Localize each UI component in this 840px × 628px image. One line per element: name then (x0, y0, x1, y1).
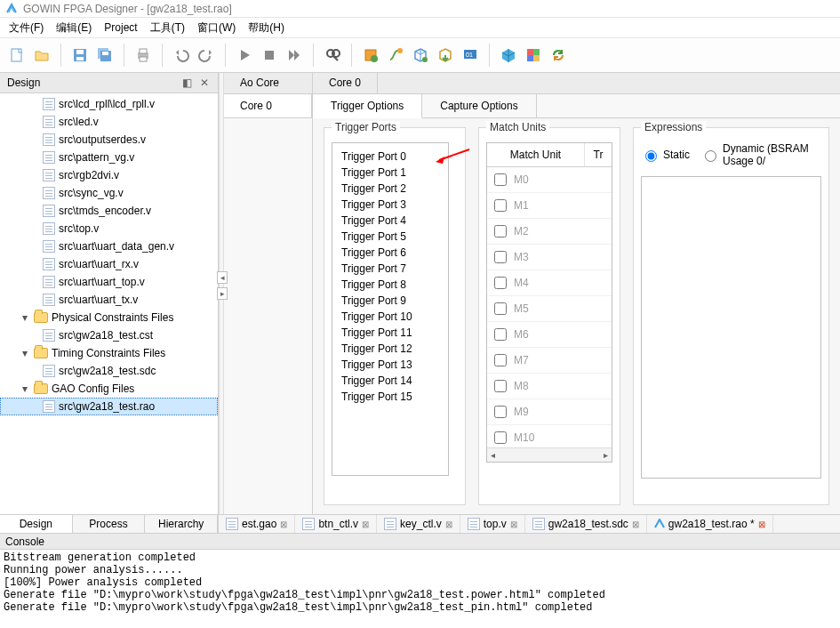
folder-timing-constraints[interactable]: ▾Timing Constraints Files (0, 344, 218, 362)
trigger-port-item[interactable]: Trigger Port 1 (332, 165, 448, 181)
radio-static[interactable]: Static (641, 148, 690, 162)
folder-physical-constraints[interactable]: ▾Physical Constraints Files (0, 309, 218, 326)
save-icon[interactable] (68, 44, 92, 67)
close-icon[interactable]: ⊠ (510, 519, 517, 529)
panel-float-icon[interactable]: ◧ (180, 76, 193, 89)
tab-trigger-options[interactable]: Trigger Options (313, 94, 422, 118)
oscilloscope-icon[interactable]: 01 (459, 44, 482, 67)
trigger-port-item[interactable]: Trigger Port 6 (332, 245, 448, 261)
collapse-left-icon[interactable]: ◂ (217, 271, 228, 284)
trigger-port-item[interactable]: Trigger Port 7 (332, 261, 448, 277)
chip-config-icon[interactable] (359, 44, 382, 67)
core-side-tab-core0[interactable]: Core 0 (224, 94, 312, 118)
tree-file[interactable]: src\uart\uart_rx.v (0, 255, 218, 273)
close-icon[interactable]: ⊠ (758, 519, 765, 529)
trigger-port-item[interactable]: Trigger Port 9 (332, 293, 448, 309)
tree-file[interactable]: src\lcd_rpll\lcd_rpll.v (0, 95, 218, 113)
new-file-icon[interactable] (5, 44, 28, 67)
undo-icon[interactable] (170, 44, 193, 67)
console-output[interactable]: Bitstream generation completed Running p… (0, 550, 840, 628)
menu-edit[interactable]: 编辑(E) (56, 20, 92, 36)
scroll-left-icon[interactable]: ◂ (491, 450, 495, 460)
match-unit-col[interactable]: Match Unit (487, 143, 585, 166)
run-all-icon[interactable] (283, 44, 306, 67)
match-checkbox[interactable] (494, 225, 507, 238)
trigger-port-item[interactable]: Trigger Port 15 (332, 389, 448, 405)
editor-tab[interactable]: key_ctl.v⊠ (377, 515, 460, 533)
match-row[interactable]: M5 (487, 296, 612, 322)
trigger-port-item[interactable]: Trigger Port 12 (332, 341, 448, 357)
trigger-port-item[interactable]: Trigger Port 4 (332, 213, 448, 229)
trigger-port-item[interactable]: Trigger Port 10 (332, 309, 448, 325)
device-down-icon[interactable] (434, 44, 457, 67)
trigger-port-item[interactable]: Trigger Port 3 (332, 197, 448, 213)
radio-dynamic[interactable]: Dynamic (BSRAM Usage 0/ (700, 142, 821, 167)
radio-dynamic-input[interactable] (705, 150, 716, 162)
menu-project[interactable]: Project (104, 21, 137, 34)
refresh-icon[interactable] (547, 44, 570, 67)
match-checkbox[interactable] (494, 406, 507, 418)
match-checkbox[interactable] (494, 354, 507, 366)
trigger-port-item[interactable]: Trigger Port 0 (332, 149, 448, 165)
tree-file[interactable]: src\outputserdes.v (0, 131, 218, 149)
match-checkbox[interactable] (494, 199, 507, 212)
match-row[interactable]: M2 (487, 219, 612, 245)
tab-design[interactable]: Design (0, 515, 73, 533)
folder-gao-config[interactable]: ▾GAO Config Files (0, 380, 218, 398)
scroll-right-icon[interactable]: ▸ (604, 450, 608, 460)
tab-capture-options[interactable]: Capture Options (422, 94, 536, 117)
editor-tab[interactable]: est.gao⊠ (219, 515, 295, 533)
stop-icon[interactable] (258, 44, 281, 67)
tree-file[interactable]: src\uart\uart_top.v (0, 273, 218, 291)
tree-file[interactable]: src\gw2a18_test.cst (0, 326, 218, 344)
ipcore-icon[interactable] (522, 44, 545, 67)
close-icon[interactable]: ⊠ (445, 519, 452, 529)
trigger-ports-list[interactable]: Trigger Port 0 Trigger Port 1 Trigger Po… (332, 142, 449, 476)
tree-file[interactable]: src\sync_vg.v (0, 184, 218, 202)
save-all-icon[interactable] (93, 44, 116, 67)
collapse-right-icon[interactable]: ▸ (217, 287, 228, 300)
close-icon[interactable]: ⊠ (362, 519, 369, 529)
tree-file[interactable]: src\tmds_encoder.v (0, 202, 218, 220)
tree-file-selected[interactable]: src\gw2a18_test.rao (0, 398, 218, 415)
panel-close-icon[interactable]: ✕ (198, 76, 211, 89)
radio-static-input[interactable] (645, 150, 657, 162)
match-row[interactable]: M9 (487, 399, 612, 425)
close-icon[interactable]: ⊠ (632, 519, 639, 529)
editor-tab[interactable]: gw2a18_test.sdc⊠ (525, 515, 647, 533)
match-row[interactable]: M8 (487, 374, 612, 399)
expressions-list[interactable] (641, 176, 821, 479)
match-row[interactable]: M6 (487, 322, 612, 348)
match-checkbox[interactable] (494, 302, 507, 315)
tree-file[interactable]: src\gw2a18_test.sdc (0, 362, 218, 380)
match-tr-col[interactable]: Tr (585, 143, 612, 166)
trigger-port-item[interactable]: Trigger Port 8 (332, 277, 448, 293)
trigger-port-item[interactable]: Trigger Port 11 (332, 325, 448, 341)
match-row[interactable]: M3 (487, 245, 612, 270)
print-icon[interactable] (132, 44, 155, 67)
menu-tools[interactable]: 工具(T) (150, 20, 185, 36)
editor-tab-active[interactable]: gw2a18_test.rao *⊠ (647, 515, 773, 533)
tree-file[interactable]: src\uart\uart_data_gen.v (0, 238, 218, 255)
menu-file[interactable]: 文件(F) (9, 20, 44, 36)
match-row[interactable]: M7 (487, 348, 612, 374)
device-3d-icon[interactable] (409, 44, 432, 67)
match-row[interactable]: M0 (487, 167, 612, 193)
match-row[interactable]: M4 (487, 270, 612, 296)
trigger-port-item[interactable]: Trigger Port 14 (332, 373, 448, 389)
menu-help[interactable]: 帮助(H) (248, 20, 284, 36)
vertical-splitter[interactable]: ◂ ▸ (219, 73, 224, 514)
tree-file[interactable]: src\pattern_vg.v (0, 149, 218, 166)
match-row[interactable]: M1 (487, 193, 612, 219)
cube-blue-icon[interactable] (497, 44, 520, 67)
match-checkbox[interactable] (494, 251, 507, 263)
editor-tab[interactable]: btn_ctl.v⊠ (295, 515, 377, 533)
run-icon[interactable] (233, 44, 256, 67)
match-checkbox[interactable] (494, 277, 507, 289)
tree-file[interactable]: src\uart\uart_tx.v (0, 291, 218, 309)
search-icon[interactable] (321, 44, 344, 67)
trigger-port-item[interactable]: Trigger Port 13 (332, 357, 448, 373)
match-checkbox[interactable] (494, 328, 507, 341)
project-tree[interactable]: src\lcd_rpll\lcd_rpll.v src\led.v src\ou… (0, 93, 218, 514)
close-icon[interactable]: ⊠ (280, 519, 287, 529)
